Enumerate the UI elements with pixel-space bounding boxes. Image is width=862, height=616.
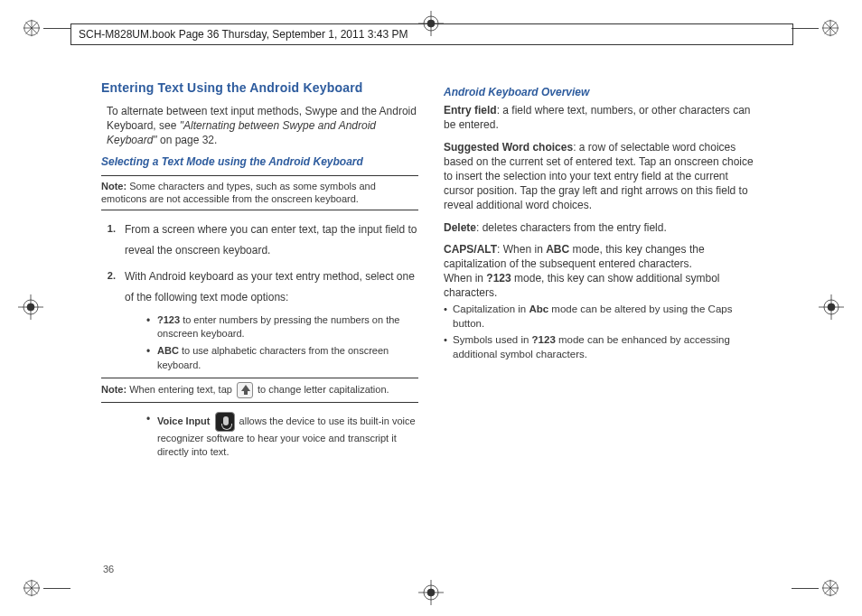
shift-key-icon (237, 382, 253, 398)
intro-paragraph: To alternate between text input methods,… (101, 104, 418, 148)
step-1: 1. From a screen where you can enter tex… (101, 219, 418, 261)
text-mode-options: ?123 to enter numbers by pressing the nu… (101, 313, 418, 373)
section-heading: Entering Text Using the Android Keyboard (101, 79, 418, 97)
left-column: Entering Text Using the Android Keyboard… (101, 79, 418, 465)
voice-input-bullet: Voice Input allows the device to use its… (101, 412, 418, 460)
caps-alt-sub-bullets: Capitalization in Abc mode can be altere… (444, 303, 761, 361)
crop-line (43, 588, 70, 589)
voice-input-item: Voice Input allows the device to use its… (146, 412, 418, 460)
option-abc: ABC to use alphabetic characters from th… (146, 344, 418, 372)
note-label: Note: (101, 181, 129, 191)
crop-star-icon (820, 18, 840, 38)
step-2: 2. With Android keyboard as your text en… (101, 266, 418, 308)
crop-line (792, 588, 819, 589)
microphone-icon (215, 412, 235, 432)
entry-field-desc: Entry field: a field where text, numbers… (444, 103, 761, 132)
steps-list: 1. From a screen where you can enter tex… (101, 219, 418, 307)
caps-alt-desc: CAPS/ALT: When in ABC mode, this key cha… (444, 242, 761, 301)
note-box-1: Note: Some characters and types, such as… (101, 175, 418, 211)
subsection-heading: Android Keyboard Overview (444, 85, 761, 99)
crop-star-icon (820, 578, 840, 598)
crop-star-icon (22, 18, 42, 38)
note-box-2: Note: When entering text, tap to change … (101, 378, 418, 403)
caps-sub-2: Symbols used in ?123 mode can be enhance… (444, 333, 761, 361)
header-text: SCH-M828UM.book Page 36 Thursday, Septem… (79, 28, 408, 41)
crop-line (792, 28, 819, 29)
registration-mark-icon (18, 294, 43, 320)
note-text: Some characters and types, such as some … (101, 181, 376, 205)
option-123: ?123 to enter numbers by pressing the nu… (146, 313, 418, 341)
caps-sub-1: Capitalization in Abc mode can be altere… (444, 303, 761, 331)
crop-star-icon (22, 578, 42, 598)
page-number: 36 (103, 564, 114, 574)
suggested-word-desc: Suggested Word choices: a row of selecta… (444, 140, 761, 213)
page-content: Entering Text Using the Android Keyboard… (101, 79, 761, 465)
note-label: Note: (101, 384, 129, 395)
page-header: SCH-M828UM.book Page 36 Thursday, Septem… (70, 23, 793, 45)
subsection-heading: Selecting a Text Mode using the Android … (101, 154, 418, 169)
crop-line (43, 28, 70, 29)
registration-mark-icon (819, 294, 844, 320)
registration-mark-icon (418, 580, 444, 605)
right-column: Android Keyboard Overview Entry field: a… (444, 79, 761, 465)
delete-desc: Delete: deletes characters from the entr… (444, 220, 761, 235)
